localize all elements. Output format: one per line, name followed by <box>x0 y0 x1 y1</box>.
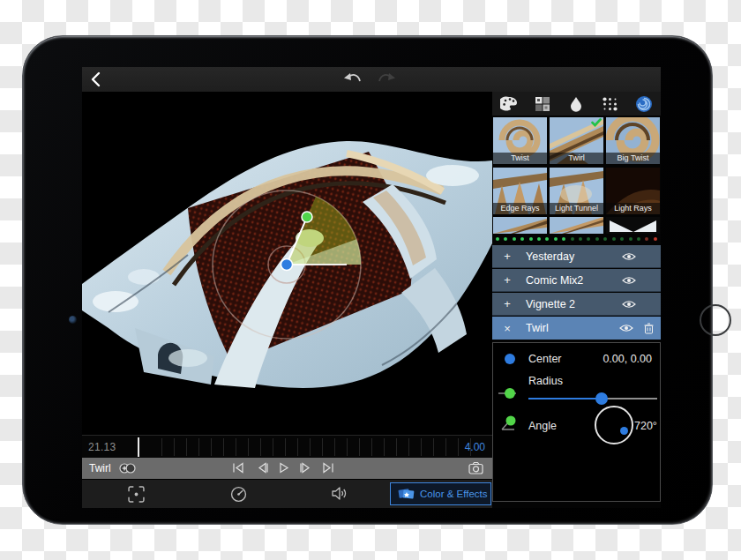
frame-fit-button[interactable] <box>128 486 145 503</box>
skip-to-start-button[interactable] <box>232 462 244 474</box>
add-layer-icon[interactable]: + <box>501 297 513 310</box>
layer-row-vignette-2[interactable]: + Vignette 2 <box>492 293 661 316</box>
layer-name: Comic Mix2 <box>526 274 622 287</box>
tab-water-drop[interactable] <box>561 93 591 115</box>
layer-row-twirl-selected[interactable]: × Twirl <box>492 317 661 340</box>
video-canvas[interactable] <box>82 92 492 435</box>
tab-distort-swirl[interactable] <box>629 93 659 115</box>
preset-light-tunnel[interactable]: Light Tunnel <box>550 168 603 214</box>
visibility-eye-icon[interactable] <box>622 252 636 261</box>
page-dot <box>520 237 524 241</box>
preset-row-2: Edge Rays Light Tunnel <box>492 168 661 214</box>
layer-row-comic-mix2[interactable]: + Comic Mix2 <box>492 269 661 292</box>
page-dot <box>537 237 541 241</box>
preset-big-twist[interactable]: Big Twist <box>606 117 660 164</box>
page-dot <box>579 237 582 241</box>
preset-twist[interactable]: Twist <box>493 117 547 164</box>
preset-label: Twirl <box>550 153 603 164</box>
center-handle-icon <box>504 353 516 365</box>
page-dot <box>513 237 516 241</box>
layer-name: Twirl <box>526 322 619 334</box>
camera-icon <box>468 461 483 474</box>
preset-edge-rays[interactable]: Edge Rays <box>493 168 547 214</box>
center-handle[interactable] <box>281 259 293 271</box>
back-button[interactable] <box>87 71 107 88</box>
tab-mosaic[interactable] <box>528 93 558 115</box>
layer-name: Yesterday <box>526 250 622 263</box>
trash-icon <box>644 323 654 334</box>
visibility-eye-icon[interactable] <box>622 300 636 309</box>
angle-dial[interactable] <box>595 406 633 444</box>
mosaic-icon <box>535 96 550 112</box>
page-dot <box>554 237 558 241</box>
tab-halftone[interactable] <box>595 93 625 115</box>
angle-dial-indicator <box>620 427 628 435</box>
layer-row-yesterday[interactable]: + Yesterday <box>492 245 661 268</box>
page-dot <box>645 237 648 241</box>
undo-icon <box>343 72 363 86</box>
twirled-video-frame <box>82 92 492 435</box>
preset-light-rays[interactable]: Light Rays <box>606 168 660 214</box>
color-effects-button[interactable]: Color & Effects <box>390 482 491 505</box>
speaker-icon <box>331 486 348 501</box>
water-drop-icon <box>569 96 583 112</box>
page-dot <box>504 237 507 241</box>
page-dot <box>562 237 565 241</box>
top-toolbar <box>82 67 661 92</box>
preset-partial-1[interactable] <box>493 217 547 234</box>
page-dot <box>637 237 640 241</box>
visibility-eye-icon[interactable] <box>619 324 633 332</box>
page-dots <box>496 235 657 243</box>
play-button[interactable] <box>278 462 289 474</box>
preset-row-1: Twist Twirl <box>492 117 661 164</box>
home-button[interactable] <box>700 304 731 336</box>
tab-color-palette[interactable] <box>494 93 524 115</box>
chevron-left-icon <box>87 71 107 88</box>
preset-partial-3[interactable] <box>606 217 660 234</box>
radius-slider-thumb[interactable] <box>595 392 608 405</box>
preset-row-3-partial <box>492 217 661 234</box>
effects-tab-bar <box>492 92 661 116</box>
add-layer-icon[interactable]: + <box>501 250 513 263</box>
bottom-toolbar: Color & Effects <box>82 479 492 508</box>
selected-check-icon <box>591 118 602 127</box>
skip-to-end-button[interactable] <box>322 462 334 474</box>
layer-name: Vignette 2 <box>526 298 622 310</box>
speedometer-icon <box>230 486 247 503</box>
page-dot <box>496 237 499 241</box>
speed-button[interactable] <box>230 486 247 503</box>
halftone-icon <box>602 96 618 112</box>
angle-handle[interactable] <box>302 212 312 222</box>
center-param-label: Center <box>528 353 562 365</box>
snapshot-button[interactable] <box>468 461 483 474</box>
angle-param-value: 720° <box>634 420 657 432</box>
audio-button[interactable] <box>331 486 348 501</box>
preset-label: Big Twist <box>606 153 660 164</box>
radius-slider[interactable] <box>528 392 657 405</box>
color-effects-icon <box>398 487 415 501</box>
preset-twirl[interactable]: Twirl <box>550 117 603 164</box>
page-dot <box>571 237 574 241</box>
effect-parameters: Center 0.00, 0.00 Radius Angle <box>492 342 661 502</box>
preset-label: Edge Rays <box>493 203 547 214</box>
preset-partial-2[interactable] <box>550 217 603 234</box>
page-dot <box>629 237 632 241</box>
remove-layer-icon[interactable]: × <box>501 322 513 335</box>
step-back-button[interactable] <box>257 462 269 474</box>
page-background: { "topbar": { "back": "navigate back", "… <box>0 0 741 560</box>
visibility-eye-icon[interactable] <box>622 276 636 285</box>
playhead[interactable] <box>138 437 139 457</box>
redo-button[interactable] <box>377 72 396 86</box>
step-forward-button[interactable] <box>299 462 311 474</box>
add-layer-icon[interactable]: + <box>501 273 513 287</box>
palette-icon <box>500 96 518 111</box>
delete-layer-button[interactable] <box>644 323 654 334</box>
preset-label: Light Tunnel <box>550 203 603 214</box>
undo-button[interactable] <box>343 72 363 86</box>
clip-name: Twirl <box>89 462 111 474</box>
color-effects-label: Color & Effects <box>420 489 488 499</box>
page-dot <box>603 237 607 241</box>
keyframe-toggle[interactable] <box>119 463 136 474</box>
radius-slider-fill <box>528 398 602 399</box>
timeline[interactable]: 21.13 4.00 <box>82 435 492 458</box>
